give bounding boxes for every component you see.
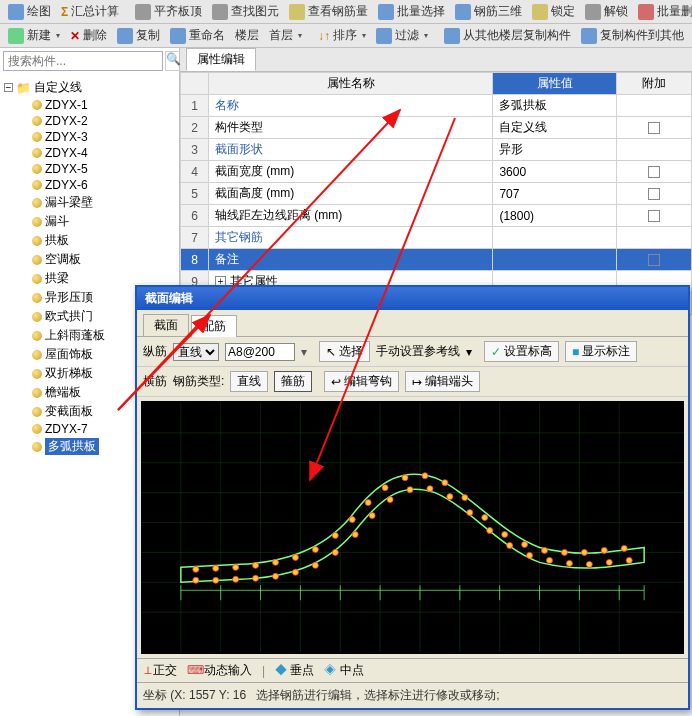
find-button[interactable]: 查找图元 xyxy=(208,2,283,21)
tree-item[interactable]: ZDYX-3 xyxy=(2,129,177,145)
tree-item[interactable]: 拱板 xyxy=(2,231,177,250)
tree-root[interactable]: − 📁 自定义线 xyxy=(2,78,177,97)
section-editor-window[interactable]: 截面编辑 截面 配筋 纵筋 直线 ▾ ↖选择 手动设置参考线▾ ✓设置标高 ■显… xyxy=(135,285,690,710)
bullet-icon xyxy=(32,100,42,110)
floor-select[interactable]: 首层 xyxy=(265,26,306,45)
checkbox[interactable] xyxy=(648,210,660,222)
delete-button[interactable]: ✕删除 xyxy=(66,26,111,45)
manual-ref-label[interactable]: 手动设置参考线 xyxy=(376,343,460,360)
checkbox[interactable] xyxy=(648,166,660,178)
tree-item[interactable]: ZDYX-1 xyxy=(2,97,177,113)
section-footer: 坐标 (X: 1557 Y: 16 选择钢筋进行编辑，选择标注进行修改或移动; xyxy=(137,682,688,708)
unlock-button[interactable]: 解锁 xyxy=(581,2,632,21)
batch-delete-button[interactable]: 批量删除未 xyxy=(634,2,692,21)
property-row[interactable]: 4截面宽度 (mm)3600 xyxy=(181,161,692,183)
svg-point-31 xyxy=(402,475,408,481)
property-row[interactable]: 6轴线距左边线距离 (mm)(1800) xyxy=(181,205,692,227)
section-editor-title[interactable]: 截面编辑 xyxy=(137,287,688,310)
tree-item[interactable]: ZDYX-2 xyxy=(2,113,177,129)
bend-icon: ↩ xyxy=(331,375,341,389)
col-rownum xyxy=(181,73,209,95)
bullet-icon xyxy=(32,180,42,190)
checkbox[interactable] xyxy=(648,188,660,200)
edit-end-button[interactable]: ↦编辑端头 xyxy=(405,371,480,392)
top-toolbar-2: 新建 ✕删除 复制 重命名 楼层 首层 ↓↑排序 过滤 从其他楼层复制构件 复制… xyxy=(0,24,692,48)
section-canvas[interactable] xyxy=(141,401,684,654)
set-elev-button[interactable]: ✓设置标高 xyxy=(484,341,559,362)
tree-item[interactable]: ZDYX-5 xyxy=(2,161,177,177)
lock-button[interactable]: 锁定 xyxy=(528,2,579,21)
property-row[interactable]: 8备注 xyxy=(181,249,692,271)
dyn-input-toggle[interactable]: ⌨动态输入 xyxy=(187,662,252,679)
svg-point-33 xyxy=(442,480,448,486)
select-button[interactable]: ↖选择 xyxy=(319,341,370,362)
sum-button[interactable]: Σ汇总计算 xyxy=(57,2,123,21)
svg-point-28 xyxy=(349,517,355,523)
bullet-icon xyxy=(32,236,42,246)
svg-point-36 xyxy=(502,531,508,537)
stirrup-button[interactable]: 箍筋 xyxy=(274,371,312,392)
batch-select-button[interactable]: 批量选择 xyxy=(374,2,449,21)
col-extra: 附加 xyxy=(617,73,692,95)
svg-point-21 xyxy=(213,565,219,571)
ortho-toggle[interactable]: ⊥正交 xyxy=(143,662,177,679)
property-table[interactable]: 属性名称 属性值 附加 1名称多弧拱板2构件类型自定义线3截面形状异形4截面宽度… xyxy=(180,72,692,315)
svg-point-55 xyxy=(427,486,433,492)
snap-mid[interactable]: ◈ 中点 xyxy=(324,662,363,679)
tab-property-edit[interactable]: 属性编辑 xyxy=(186,48,256,71)
new-button[interactable]: 新建 xyxy=(4,26,64,45)
property-row[interactable]: 1名称多弧拱板 xyxy=(181,95,692,117)
coord-readout: 坐标 (X: 1557 Y: 16 xyxy=(143,688,246,702)
tree-item-label: 拱梁 xyxy=(45,270,69,287)
svg-point-60 xyxy=(527,552,533,558)
line-type-select[interactable]: 直线 xyxy=(173,343,219,361)
rebar-3d-button[interactable]: 钢筋三维 xyxy=(451,2,526,21)
show-label-button[interactable]: ■显示标注 xyxy=(565,341,637,362)
property-row[interactable]: 5截面高度 (mm)707 xyxy=(181,183,692,205)
tree-item-label: 漏斗梁壁 xyxy=(45,194,93,211)
tree-item[interactable]: 空调板 xyxy=(2,250,177,269)
rebar-qty-button[interactable]: 查看钢筋量 xyxy=(285,2,372,21)
tree-item-label: 屋面饰板 xyxy=(45,346,93,363)
svg-point-24 xyxy=(273,559,279,565)
tree-item-label: 欧式拱门 xyxy=(45,308,93,325)
tree-item[interactable]: 漏斗 xyxy=(2,212,177,231)
bullet-icon xyxy=(32,217,42,227)
rename-button[interactable]: 重命名 xyxy=(166,26,229,45)
property-row[interactable]: 2构件类型自定义线 xyxy=(181,117,692,139)
tree-item-label: ZDYX-7 xyxy=(45,422,88,436)
bullet-icon xyxy=(32,312,42,322)
rebar-toolbar-2: 横筋 钢筋类型: 直线 箍筋 ↩编辑弯钩 ↦编辑端头 xyxy=(137,367,688,397)
tab-rebar[interactable]: 配筋 xyxy=(191,315,237,337)
col-value: 属性值 xyxy=(493,73,617,95)
checkbox[interactable] xyxy=(648,254,660,266)
copy-from-floor-button[interactable]: 从其他楼层复制构件 xyxy=(440,26,575,45)
tree-item[interactable]: ZDYX-4 xyxy=(2,145,177,161)
copy-to-floor-button[interactable]: 复制构件到其他 xyxy=(577,26,688,45)
copy-button[interactable]: 复制 xyxy=(113,26,164,45)
tree-item-label: 多弧拱板 xyxy=(45,438,99,455)
sort-button[interactable]: ↓↑排序 xyxy=(314,26,370,45)
filter-button[interactable]: 过滤 xyxy=(372,26,432,45)
tab-section[interactable]: 截面 xyxy=(143,314,189,336)
svg-point-39 xyxy=(561,549,567,555)
svg-point-49 xyxy=(312,562,318,568)
align-button[interactable]: 平齐板顶 xyxy=(131,2,206,21)
tree-item[interactable]: 漏斗梁壁 xyxy=(2,193,177,212)
search-input[interactable] xyxy=(3,51,163,71)
svg-point-22 xyxy=(233,564,239,570)
end-icon: ↦ xyxy=(412,375,422,389)
edit-bend-button[interactable]: ↩编辑弯钩 xyxy=(324,371,399,392)
property-row[interactable]: 7其它钢筋 xyxy=(181,227,692,249)
draw-button[interactable]: 绘图 xyxy=(4,2,55,21)
property-row[interactable]: 3截面形状异形 xyxy=(181,139,692,161)
tree-item[interactable]: ZDYX-6 xyxy=(2,177,177,193)
snap-perp[interactable]: ◆ 垂点 xyxy=(275,662,314,679)
svg-point-45 xyxy=(233,576,239,582)
svg-point-62 xyxy=(566,560,572,566)
rebar-spec-input[interactable] xyxy=(225,343,295,361)
line-button[interactable]: 直线 xyxy=(230,371,268,392)
tree-item-label: 拱板 xyxy=(45,232,69,249)
svg-point-40 xyxy=(581,549,587,555)
checkbox[interactable] xyxy=(648,122,660,134)
